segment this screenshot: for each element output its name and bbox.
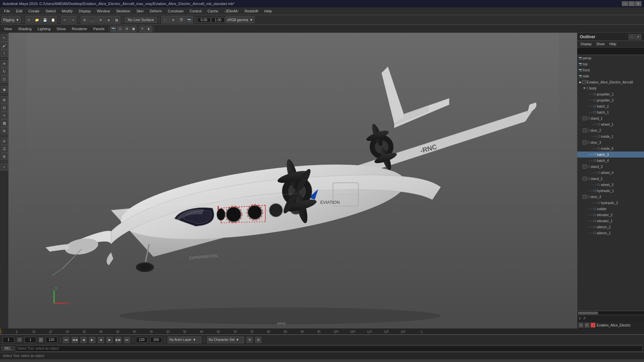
char-set-btn1[interactable]: ⚙	[247, 337, 253, 343]
menu-edit[interactable]: Edit	[13, 8, 25, 14]
tree-item-propeller1[interactable]: —○ ⬡ propeller_1	[577, 91, 644, 97]
tree-item-hatch2[interactable]: —○ ⬡ hatch_2	[577, 103, 644, 109]
save-btn[interactable]: 💾	[41, 16, 49, 23]
start-frame-input[interactable]	[24, 337, 36, 343]
menu-constrain[interactable]: Constrain	[165, 8, 186, 14]
mode-dropdown[interactable]: Rigging ▼	[1, 16, 21, 23]
history-btn[interactable]: ⊘	[1, 137, 8, 145]
tree-item-elevator1[interactable]: —○ ⬡ elevator_1	[577, 218, 644, 224]
char-set-btn2[interactable]: ⊞	[255, 337, 261, 343]
anim-layer-tick[interactable]: ☑	[17, 338, 22, 342]
view-menu-view[interactable]: View	[1, 26, 15, 32]
lasso-tool-btn[interactable]: ⌇	[1, 50, 8, 57]
undo-btn[interactable]: ↩	[61, 16, 68, 23]
tree-item-propeller2[interactable]: —○ ⬡ propeller_2	[577, 97, 644, 103]
show-manipulator-btn[interactable]: ⊞	[1, 96, 8, 104]
view-menu-renderer[interactable]: Renderer	[69, 26, 90, 32]
render-settings-btn[interactable]: ⚙	[169, 16, 177, 23]
menu-modify[interactable]: Modify	[59, 8, 75, 14]
anim-layer-dropdown[interactable]: No Anim Layer ▼	[168, 337, 201, 343]
window-controls[interactable]: — □ ✕	[622, 1, 641, 6]
tree-item-stand3[interactable]: ⬡ stand_3	[577, 164, 644, 170]
menu-help[interactable]: Help	[262, 8, 275, 14]
tree-item-root[interactable]: ▶ Eviation_Alice_Electric_Aircraft	[577, 79, 644, 85]
tree-item-stand1[interactable]: ⬡ stand_1	[577, 115, 644, 121]
tree-item-aileron1[interactable]: —○ ⬡ aileron_1	[577, 230, 644, 236]
tree-item-body[interactable]: ▼ ⬡ body	[577, 85, 644, 91]
current-frame-input[interactable]	[3, 337, 14, 343]
tree-item-hatch3[interactable]: —○ ⬡ hatch_3	[577, 152, 644, 158]
wireframe-btn[interactable]: ⊞	[124, 26, 130, 32]
close-button[interactable]: ✕	[635, 1, 641, 6]
tree-item-rudder[interactable]: —○ ⬡ rudder	[577, 206, 644, 212]
tree-item-front[interactable]: 📷 front	[577, 67, 644, 73]
view-menu-panels[interactable]: Panels	[91, 26, 107, 32]
menu-display[interactable]: Display	[76, 8, 94, 14]
go-to-end-btn[interactable]: ⏭	[124, 337, 130, 343]
tree-item-door4[interactable]: ⬡ door_4	[577, 194, 644, 200]
menu-create[interactable]: Create	[26, 8, 42, 14]
tree-item-hatch1[interactable]: —○ ⬡ hatch_1	[577, 109, 644, 115]
snap-grid-btn[interactable]: ⊞	[81, 16, 88, 23]
tree-item-persp[interactable]: 📷 persp	[577, 55, 644, 61]
tree-item-inside1[interactable]: —○ ⬡ inside_1	[577, 133, 644, 139]
outliner-menu-help[interactable]: Help	[607, 42, 619, 46]
tree-item-hydraulic2[interactable]: —○ ⬡ hydraulic_2	[577, 200, 644, 206]
view-menu-show[interactable]: Show	[54, 26, 69, 32]
soft-select-btn[interactable]: ◉	[1, 86, 8, 93]
manipulator3-btn[interactable]: ≡	[1, 112, 8, 119]
outliner-menu-show[interactable]: Show	[594, 42, 607, 46]
render-btn[interactable]: ⬛	[161, 16, 169, 23]
manipulator2-btn[interactable]: ⊟	[1, 104, 8, 111]
paint-tool-btn[interactable]: 🖌	[1, 42, 8, 49]
attribute-btn[interactable]: ≣	[1, 153, 8, 160]
camera-btn[interactable]: 📷	[110, 26, 116, 32]
menu-redshift[interactable]: Redshift	[242, 8, 261, 14]
maximize-button[interactable]: □	[629, 1, 635, 6]
tree-item-side[interactable]: 📷 side	[577, 73, 644, 79]
minimize-button[interactable]: —	[622, 1, 628, 6]
outliner-hscroll-thumb[interactable]	[578, 312, 598, 314]
tree-item-hydraulic1[interactable]: —○ ⬡ hydraulic_1	[577, 188, 644, 194]
layer-visibility-btn[interactable]: V	[579, 323, 583, 327]
channel-btn[interactable]: ☰	[1, 145, 8, 153]
extra-btn[interactable]: •	[1, 163, 8, 171]
go-to-start-btn[interactable]: ⏮	[63, 337, 69, 343]
menu-deform[interactable]: Deform	[147, 8, 164, 14]
no-live-surface-btn[interactable]: No Live Surface	[125, 17, 157, 23]
tree-item-wheel1[interactable]: —○ ⬡ wheel_1	[577, 121, 644, 127]
total-frames-input[interactable]	[150, 337, 162, 343]
move-tool-btn[interactable]: ✛	[1, 60, 8, 67]
render-view-btn[interactable]: 🎬	[177, 16, 185, 23]
menu-file[interactable]: File	[1, 8, 13, 14]
viewport[interactable]: EVIATION -RNC EXPERIMENTAL	[9, 33, 577, 328]
play-btn[interactable]: ▶	[89, 337, 95, 343]
snap-to-grid-btn[interactable]: ⊕	[1, 127, 8, 134]
outliner-search-input[interactable]	[579, 49, 643, 53]
save-incremental-btn[interactable]: 📋	[49, 16, 57, 23]
manipulator4-btn[interactable]: ▦	[1, 119, 8, 127]
redo-btn[interactable]: ↪	[69, 16, 76, 23]
color-space-dropdown[interactable]: sRGB gamma ▼	[225, 16, 255, 23]
prev-frame-btn[interactable]: ◀	[80, 337, 87, 343]
tree-item-door3[interactable]: ⬡ door_3	[577, 139, 644, 145]
tree-item-wheel3[interactable]: —○ ⬡ wheel_3	[577, 182, 644, 188]
shadow-btn[interactable]: ◐	[146, 26, 152, 32]
next-key-btn[interactable]: ▶▶	[115, 337, 121, 343]
open-btn[interactable]: 📁	[33, 16, 41, 23]
value1-field[interactable]: 0.00	[197, 17, 211, 22]
tree-item-stand2[interactable]: ⬡ stand_2	[577, 176, 644, 182]
menu-window[interactable]: Window	[94, 8, 113, 14]
prev-key-btn[interactable]: ◀◀	[72, 337, 78, 343]
menu-skin[interactable]: Skin	[134, 8, 146, 14]
new-scene-btn[interactable]: 🗋	[25, 16, 33, 23]
outliner-hscrollbar[interactable]	[577, 311, 644, 315]
mel-input[interactable]	[16, 346, 643, 352]
outliner-close-btn[interactable]: ✕	[635, 34, 641, 40]
tree-item-hatch4[interactable]: —○ ⬡ hatch_4	[577, 158, 644, 164]
tree-item-top[interactable]: 📷 top	[577, 61, 644, 67]
smooth-btn[interactable]: ◼	[130, 26, 137, 32]
menu-skeleton[interactable]: Skeleton	[113, 8, 133, 14]
snap-curve-btn[interactable]: ◡	[89, 16, 96, 23]
timeline-numbers[interactable]: 1 5 10 15 20 25 30 35 40 45 50 55 60	[0, 328, 644, 335]
